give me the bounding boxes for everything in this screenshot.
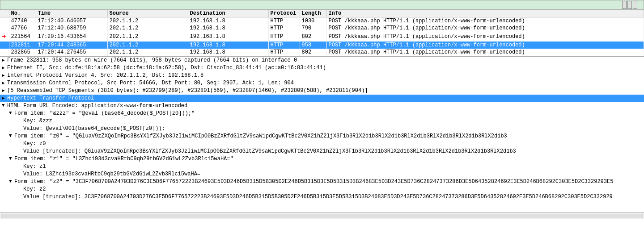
detail-text: Form item: "z2" = "3C3F7068700A24703D276… — [14, 179, 613, 185]
detail-text: Form item: "&zzz" = "@eval (base64_decod… — [14, 110, 195, 116]
packet-list: No. Time Source Destination Protocol Len… — [0, 10, 644, 56]
detail-text: Internet Protocol Version 4, Src: 202.1.… — [7, 72, 203, 79]
table-row[interactable]: 4776617:12:40.688759202.1.1.2192.168.1.8… — [0, 25, 644, 32]
detail-text: HTML Form URL Encoded: application/x-www… — [7, 103, 187, 109]
packet-length: 802 — [300, 49, 326, 56]
detail-row-key-z0[interactable]: Key: z0 — [0, 140, 644, 148]
col-no-label: No. — [9, 10, 36, 17]
detail-text: Key: z1 — [23, 163, 46, 170]
filter-controls — [622, 1, 642, 9]
packet-time: 17:20:44.276455 — [36, 49, 107, 56]
packet-protocol: HTTP — [268, 32, 300, 42]
detail-row-tcp[interactable]: ▶ Transmission Control Protocol, Src Por… — [0, 79, 644, 87]
horizontal-scrollbar[interactable] — [1, 214, 643, 218]
detail-row-form-item-z1[interactable]: ▼ Form item: "z1" = "L3Zhci93d3cvaHRtbC9… — [0, 155, 644, 163]
filter-bar — [0, 0, 644, 10]
packet-info: POST /kkkaaa.php HTTP/1.1 (application/x… — [326, 25, 644, 32]
expand-icon: ▶ — [2, 87, 7, 93]
detail-text: Hypertext Transfer Protocol — [7, 95, 94, 101]
expand-icon: ▶ — [2, 65, 7, 71]
table-header: No. Time Source Destination Protocol Len… — [0, 10, 644, 17]
packet-source: 202.1.1.2 — [107, 49, 188, 56]
arrow-cell — [0, 17, 9, 25]
col-time: Time — [36, 10, 107, 17]
detail-row-value-z1[interactable]: Value: L3Zhci93d3cvaHRtbC9qb29tbGV2dG1wL… — [0, 171, 644, 178]
red-arrow-icon: ➔ — [2, 33, 6, 41]
detail-rows: ▶ Frame 232811: 958 bytes on wire (7664 … — [0, 57, 644, 201]
packet-destination: 192.168.1.8 — [188, 42, 268, 49]
detail-text: Form item: "z1" = "L3Zhci93d3cvaHRtbC9qb… — [14, 156, 233, 162]
packet-info: POST /kkkaaa.php HTTP/1.1 (application/x… — [326, 49, 644, 56]
detail-text: Key: z0 — [23, 141, 46, 147]
arrow-cell — [0, 42, 9, 49]
packet-source: 202.1.1.2 — [107, 17, 188, 25]
detail-text: Key: &zzz — [23, 118, 52, 124]
expand-icon: ▼ — [9, 133, 14, 138]
filter-close-btn[interactable] — [622, 1, 627, 9]
detail-row-reassembled[interactable]: ▶ [5 Reassembled TCP Segments (3810 byte… — [0, 87, 644, 95]
packet-rows: 4774017:12:40.646057202.1.1.2192.168.1.8… — [0, 17, 644, 56]
detail-row-html-form[interactable]: ▼ HTML Form URL Encoded: application/x-w… — [0, 102, 644, 110]
packet-time: 17:12:40.646057 — [36, 17, 107, 25]
packet-info: POST /kkkaaa.php HTTP/1.1 (application/x… — [326, 42, 644, 49]
table-row[interactable]: ➔22156417:20:16.433654202.1.1.2192.168.1… — [0, 32, 644, 42]
table-row[interactable]: 23281117:20:44.248365202.1.1.2192.168.1.… — [0, 42, 644, 49]
bottom-bar — [0, 212, 644, 219]
detail-row-value-z0[interactable]: Value [truncated]: QGluaV9zZXQoImRpc3BsY… — [0, 148, 644, 155]
packet-length: 802 — [300, 32, 326, 42]
col-length: Length — [300, 10, 326, 17]
col-info: Info — [326, 10, 644, 17]
expand-icon: ▼ — [9, 156, 14, 161]
detail-text: Value: @eval\001(base64_decode($_POST[z0… — [23, 125, 165, 132]
packet-length: 1030 — [300, 17, 326, 25]
detail-row-ethernet[interactable]: ▶ Ethernet II, Src: dc:fe:18:1a:62:58 (d… — [0, 64, 644, 72]
packet-destination: 192.168.1.8 — [188, 49, 268, 56]
detail-row-http[interactable]: ▶ Hypertext Transfer Protocol — [0, 95, 644, 102]
packet-destination: 192.168.1.8 — [188, 32, 268, 42]
packet-protocol: HTTP — [268, 49, 300, 56]
expand-icon: ▶ — [2, 95, 7, 101]
expand-icon: ▶ — [2, 72, 7, 78]
expand-icon: ▼ — [2, 103, 7, 108]
filter-plus-btn[interactable] — [633, 1, 637, 9]
expand-icon: ▶ — [2, 80, 7, 86]
detail-row-value-z2-truncated[interactable]: Value [truncated]: 3C3F7068700A24703D276… — [0, 193, 644, 201]
packet-no: 232865 — [9, 49, 36, 56]
arrow-cell — [0, 49, 9, 56]
expand-icon: ▼ — [9, 110, 14, 116]
detail-row-key-z2[interactable]: Key: z2 — [0, 186, 644, 193]
detail-text: Key: z2 — [23, 186, 46, 192]
col-protocol: Protocol — [268, 10, 300, 17]
detail-row-key-z1[interactable]: Key: z1 — [0, 163, 644, 171]
detail-panel[interactable]: ▶ Frame 232811: 958 bytes on wire (7664 … — [0, 56, 644, 212]
table-row[interactable]: 4774017:12:40.646057202.1.1.2192.168.1.8… — [0, 17, 644, 25]
detail-row-form-item-zzz[interactable]: ▼ Form item: "&zzz" = "@eval (base64_dec… — [0, 110, 644, 117]
detail-row-key-zzz[interactable]: Key: &zzz — [0, 117, 644, 125]
packet-no: 47740 — [9, 17, 36, 25]
detail-text: Ethernet II, Src: dc:fe:18:1a:62:58 (dc:… — [7, 65, 326, 71]
packet-table: No. Time Source Destination Protocol Len… — [0, 10, 644, 56]
detail-text: Value [truncated]: QGluaV9zZXQoImRpc3BsY… — [23, 148, 516, 154]
packet-info: POST /kkkaaa.php HTTP/1.1 (application/x… — [326, 17, 644, 25]
expand-icon: ▼ — [9, 179, 14, 184]
detail-text: Form item: "z0" = "QGluaV9zZXQoImRpc3BsY… — [14, 133, 507, 139]
detail-row-form-item-z2[interactable]: ▼ Form item: "z2" = "3C3F7068700A24703D2… — [0, 178, 644, 186]
detail-row-ip[interactable]: ▶ Internet Protocol Version 4, Src: 202.… — [0, 72, 644, 79]
table-row[interactable]: 23286517:20:44.276455202.1.1.2192.168.1.… — [0, 49, 644, 56]
detail-row-frame[interactable]: ▶ Frame 232811: 958 bytes on wire (7664 … — [0, 57, 644, 64]
detail-text: [5 Reassembled TCP Segments (3810 bytes)… — [7, 87, 368, 94]
packet-no: 221564 — [9, 32, 36, 42]
packet-protocol: HTTP — [268, 17, 300, 25]
packet-no: 47766 — [9, 25, 36, 32]
detail-row-form-item-z0[interactable]: ▼ Form item: "z0" = "QGluaV9zZXQoImRpc3B… — [0, 133, 644, 140]
detail-text: Value [truncated]: 3C3F7068700A24703D276… — [23, 194, 613, 200]
packet-destination: 192.168.1.8 — [188, 25, 268, 32]
packet-destination: 192.168.1.8 — [188, 17, 268, 25]
packet-time: 17:20:44.248365 — [36, 42, 107, 49]
arrow-cell — [0, 25, 9, 32]
packet-protocol: HTTP — [268, 25, 300, 32]
packet-source: 202.1.1.2 — [107, 32, 188, 42]
packet-length: 958 — [300, 42, 326, 49]
filter-minus-btn[interactable] — [627, 1, 632, 9]
detail-row-value-zzz[interactable]: Value: @eval\001(base64_decode($_POST[z0… — [0, 125, 644, 133]
